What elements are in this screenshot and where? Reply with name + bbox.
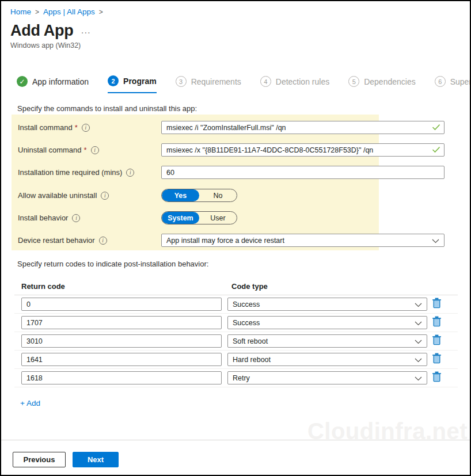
delete-row-icon[interactable] (432, 371, 442, 382)
tab-label: Dependencies (364, 77, 416, 86)
install-behavior-row: Install behavior i System User (12, 211, 470, 224)
step-number-badge: 5 (348, 76, 359, 87)
return-code-input[interactable] (21, 334, 222, 348)
delete-row-icon[interactable] (432, 316, 442, 327)
return-code-row: Soft reboot (14, 332, 458, 351)
add-return-code-button[interactable]: + Add (20, 399, 40, 408)
tab-label: Requirements (191, 77, 241, 86)
info-icon[interactable]: i (91, 146, 99, 154)
breadcrumb-separator: > (35, 8, 39, 16)
info-icon[interactable]: i (126, 169, 134, 177)
allow-available-uninstall-row: Allow available uninstall i Yes No (12, 189, 470, 202)
step-complete-check-icon: ✓ (17, 76, 28, 87)
toggle-option-system[interactable]: System (162, 212, 199, 224)
device-restart-row: Device restart behavior i App install ma… (12, 234, 470, 247)
install-time-row: Installation time required (mins) i (12, 166, 470, 179)
device-restart-select[interactable]: App install may force a device restart (161, 234, 445, 247)
breadcrumb-separator: > (99, 8, 103, 16)
return-code-input[interactable] (21, 298, 222, 311)
toggle-option-yes[interactable]: Yes (162, 189, 199, 201)
install-time-label: Installation time required (mins) (18, 168, 122, 177)
info-icon[interactable]: i (101, 192, 109, 200)
uninstall-command-row: Uninstall command * i (12, 143, 470, 157)
watermark: Cloudinfra.net (307, 418, 468, 444)
delete-row-icon[interactable] (432, 298, 442, 309)
code-type-select[interactable]: Retry (227, 371, 427, 384)
info-icon[interactable]: i (99, 237, 107, 245)
tab-detection-rules[interactable]: 4 Detection rules (260, 75, 329, 93)
allow-available-uninstall-label: Allow available uninstall (18, 191, 97, 200)
previous-button[interactable]: Previous (13, 452, 66, 467)
page-title: Add App (10, 22, 73, 40)
code-type-select[interactable]: Hard reboot (227, 353, 427, 366)
chevron-down-icon (415, 376, 422, 381)
tab-label: App information (32, 77, 89, 86)
code-type-selected-value: Success (233, 319, 260, 327)
return-code-input[interactable] (21, 353, 222, 366)
install-behavior-toggle: System User (161, 211, 237, 224)
program-form: Install command * i Uninstall command * … (12, 115, 470, 250)
return-code-column-header: Return code (21, 282, 65, 291)
chevron-down-icon (415, 340, 422, 344)
info-icon[interactable]: i (82, 124, 90, 132)
wizard-tabs: ✓ App information 2 Program 3 Requiremen… (17, 75, 470, 93)
return-code-row: Hard reboot (14, 351, 458, 369)
step-number-badge: 4 (260, 76, 271, 87)
required-marker: * (84, 146, 87, 154)
code-type-column-header: Code type (231, 282, 268, 291)
return-codes-table: Return code Code type Success Success So… (14, 282, 458, 387)
install-behavior-label: Install behavior (18, 214, 68, 222)
code-type-select[interactable]: Success (227, 316, 427, 329)
tab-label: Supersedence (450, 77, 470, 86)
tab-label: Program (123, 77, 157, 86)
install-time-input[interactable] (161, 166, 445, 179)
required-marker: * (75, 123, 78, 132)
step-number-badge: 3 (176, 76, 187, 87)
code-type-select[interactable]: Success (227, 298, 427, 311)
commands-intro-text: Specify the commands to install and unin… (17, 104, 197, 113)
device-restart-label: Device restart behavior (18, 236, 95, 245)
code-type-selected-value: Hard reboot (233, 356, 271, 364)
breadcrumb-home-link[interactable]: Home (10, 7, 31, 16)
tab-label: Detection rules (276, 77, 329, 86)
breadcrumb: Home>Apps | All Apps> (10, 7, 107, 16)
chevron-down-icon (415, 303, 422, 307)
install-command-input[interactable] (161, 121, 445, 134)
return-code-row: Success (14, 295, 458, 314)
tab-supersedence[interactable]: 6 Supersedence (435, 75, 470, 93)
install-command-label: Install command (18, 123, 73, 132)
breadcrumb-apps-link[interactable]: Apps | All Apps (43, 7, 95, 16)
allow-available-uninstall-toggle: Yes No (161, 189, 237, 202)
more-options-icon[interactable]: ... (81, 25, 91, 35)
code-type-selected-value: Retry (233, 374, 250, 382)
tab-app-information[interactable]: ✓ App information (17, 75, 89, 93)
device-restart-selected-value: App install may force a device restart (166, 237, 284, 245)
delete-row-icon[interactable] (432, 353, 442, 364)
footer-divider (1, 440, 470, 440)
toggle-option-user[interactable]: User (199, 212, 237, 224)
return-code-input[interactable] (21, 371, 222, 384)
toggle-option-no[interactable]: No (199, 189, 237, 201)
step-number-badge: 6 (435, 76, 446, 87)
chevron-down-icon (415, 321, 422, 326)
tab-requirements[interactable]: 3 Requirements (176, 75, 241, 93)
return-code-row: Retry (14, 369, 458, 387)
code-type-selected-value: Soft reboot (233, 337, 268, 345)
info-icon[interactable]: i (72, 214, 80, 222)
uninstall-command-input[interactable] (161, 143, 445, 157)
step-number-badge: 2 (108, 75, 119, 86)
delete-row-icon[interactable] (432, 334, 442, 345)
page-subtitle: Windows app (Win32) (10, 41, 81, 49)
return-code-input[interactable] (21, 316, 222, 329)
tab-dependencies[interactable]: 5 Dependencies (348, 75, 416, 93)
tab-program[interactable]: 2 Program (108, 75, 157, 93)
chevron-down-icon (432, 239, 439, 243)
uninstall-command-label: Uninstall command (18, 146, 82, 154)
install-command-row: Install command * i (12, 121, 470, 134)
code-type-selected-value: Success (233, 300, 260, 309)
code-type-select[interactable]: Soft reboot (227, 334, 427, 348)
return-codes-intro-text: Specify return codes to indicate post-in… (17, 260, 208, 268)
chevron-down-icon (415, 358, 422, 363)
return-code-row: Success (14, 314, 458, 332)
next-button[interactable]: Next (73, 452, 119, 467)
